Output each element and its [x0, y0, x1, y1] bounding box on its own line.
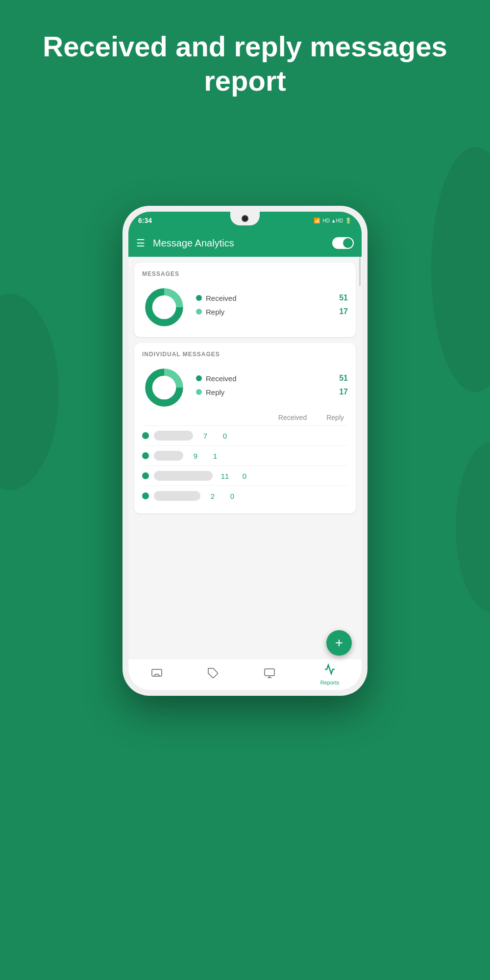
status-icons: 📶 HD ▲HD 🔋: [314, 218, 352, 224]
messages-chart-row: Received 51 Reply 17: [142, 285, 348, 329]
bg-shape-left: [0, 294, 59, 490]
phone-screen: 6:34 📶 HD ▲HD 🔋 ☰ Message Analytics: [128, 212, 362, 690]
ind-reply-dot: [196, 389, 202, 395]
row-dot: [142, 452, 149, 459]
table-row: 11 0: [142, 466, 348, 486]
individual-messages-card: INDIVIDUAL MESSAGES Received: [134, 343, 356, 514]
row-dot: [142, 492, 149, 499]
nav-item-tags[interactable]: [199, 663, 227, 686]
nav-item-messages[interactable]: [143, 663, 171, 686]
row-received-0: 7: [198, 432, 213, 440]
table-header: Received Reply: [142, 410, 348, 425]
scroll-indicator: [359, 257, 361, 286]
nav-item-reports[interactable]: Reports: [313, 660, 347, 689]
row-bar: [154, 451, 183, 461]
toggle-knob: [343, 238, 353, 248]
svg-rect-6: [152, 669, 162, 676]
main-content: MESSAGES Recei: [128, 257, 362, 659]
messages-nav-icon: [151, 667, 163, 682]
row-received-1: 9: [188, 452, 203, 460]
legend-received: Received 51: [196, 294, 348, 302]
toggle-switch[interactable]: [332, 237, 354, 249]
front-camera: [242, 215, 248, 222]
fab-button[interactable]: +: [326, 630, 352, 656]
phone-notch: [230, 212, 260, 225]
row-dot: [142, 472, 149, 479]
tags-nav-icon: [207, 667, 219, 682]
hero-title: Received and reply messages report: [0, 29, 490, 98]
row-received-2: 11: [218, 472, 232, 480]
reply-label: Reply: [206, 308, 335, 316]
messages-donut-chart: [142, 285, 186, 329]
bg-shape-right: [431, 147, 490, 392]
col-reply-header: Reply: [326, 414, 344, 421]
row-bar: [154, 491, 200, 501]
ind-legend-reply: Reply 17: [196, 388, 348, 396]
menu-icon[interactable]: ☰: [136, 238, 145, 248]
received-dot: [196, 295, 202, 301]
table-row: 9 1: [142, 445, 348, 466]
ind-received-value: 51: [339, 374, 348, 383]
reply-dot: [196, 309, 202, 315]
row-reply-0: 0: [218, 432, 232, 440]
app-title: Message Analytics: [153, 238, 324, 249]
row-reply-2: 0: [237, 472, 252, 480]
table-row: 2 0: [142, 486, 348, 506]
reports-nav-icon: [324, 663, 336, 678]
phone-wrapper: 6:34 📶 HD ▲HD 🔋 ☰ Message Analytics: [122, 206, 368, 951]
individual-messages-title: INDIVIDUAL MESSAGES: [142, 351, 348, 358]
phone-outer-frame: 6:34 📶 HD ▲HD 🔋 ☰ Message Analytics: [122, 206, 368, 696]
col-received-header: Received: [278, 414, 307, 421]
row-reply-3: 0: [225, 492, 240, 500]
messages-card: MESSAGES Recei: [134, 263, 356, 337]
signal-icon: HD ▲HD: [322, 218, 343, 223]
reply-value: 17: [339, 307, 348, 316]
nav-item-screen[interactable]: [256, 663, 283, 686]
individual-donut-chart: [142, 366, 186, 410]
ind-reply-label: Reply: [206, 388, 335, 396]
bottom-nav: Reports: [128, 659, 362, 690]
app-bar: ☰ Message Analytics: [128, 229, 362, 257]
messages-card-title: MESSAGES: [142, 270, 348, 277]
received-value: 51: [339, 294, 348, 302]
table-row: 7 0: [142, 425, 348, 445]
row-dot: [142, 432, 149, 439]
ind-reply-value: 17: [339, 388, 348, 396]
status-time: 6:34: [138, 217, 152, 224]
received-label: Received: [206, 294, 335, 302]
legend-reply: Reply 17: [196, 307, 348, 316]
bg-shape-right2: [456, 441, 490, 612]
individual-legend: Received 51 Reply 17: [196, 374, 348, 401]
reports-nav-label: Reports: [320, 680, 340, 686]
row-reply-1: 1: [208, 452, 222, 460]
battery-icon: 🔋: [345, 218, 352, 224]
ind-received-label: Received: [206, 374, 335, 383]
row-bar: [154, 431, 193, 441]
row-received-3: 2: [205, 492, 220, 500]
wifi-icon: 📶: [314, 218, 320, 224]
row-bar: [154, 471, 213, 481]
individual-chart-row: Received 51 Reply 17: [142, 366, 348, 410]
ind-legend-received: Received 51: [196, 374, 348, 383]
screen-nav-icon: [264, 667, 275, 682]
messages-legend: Received 51 Reply 17: [196, 294, 348, 321]
ind-received-dot: [196, 375, 202, 381]
svg-rect-8: [265, 669, 274, 676]
